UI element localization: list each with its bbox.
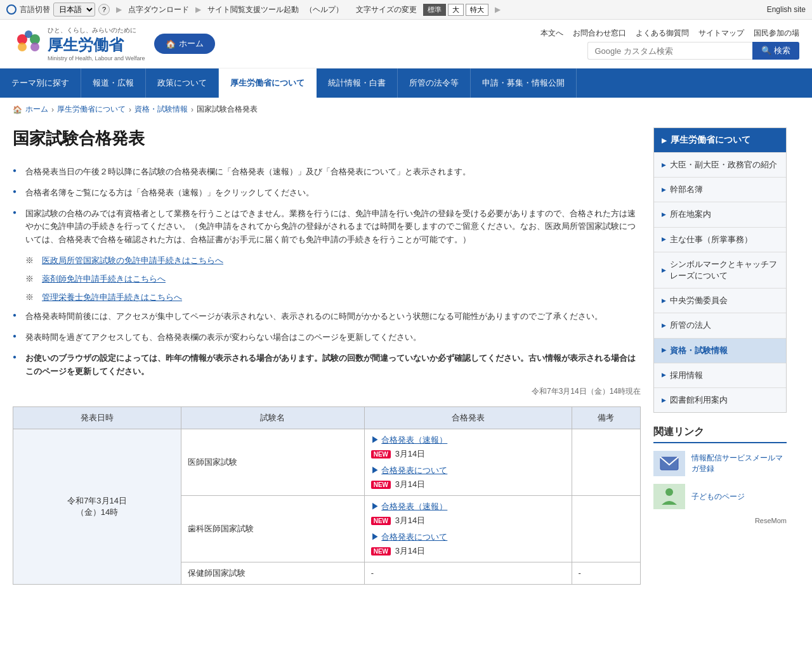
separator2: ▶ (195, 5, 201, 14)
logo-tagline: ひと、くらし、みらいのために (48, 26, 145, 35)
related-links-title: 関連リンク (653, 425, 787, 443)
nav-item-1[interactable]: 報道・広報 (81, 68, 146, 98)
page-title: 国家試験合格発表 (13, 127, 641, 153)
participation-link[interactable]: 国民参加の場 (754, 28, 799, 39)
font-size-section: 標準 大 特大 (423, 4, 488, 16)
bullet-item-1: 合格者名簿をご覧になる方は「合格発表（速報）」をクリックしてください。 (13, 186, 641, 200)
lang-select[interactable]: 日本語 (53, 3, 95, 16)
header-left: ひと、くらし、みらいのために 厚生労働省 Ministry of Health,… (13, 26, 215, 62)
nav-item-2[interactable]: 政策について (146, 68, 219, 98)
table-header-date: 発表日時 (13, 406, 181, 429)
sidebar-link-6[interactable]: 所管の法人 (654, 313, 786, 337)
search-area: 🔍 検索 (587, 42, 799, 60)
sidebar-item-6[interactable]: 所管の法人 (654, 313, 786, 337)
home-btn-label: ホーム (179, 38, 204, 49)
sidebar-link-3[interactable]: 主な仕事（所掌事務） (654, 228, 786, 252)
font-xlarge-btn[interactable]: 特大 (466, 4, 488, 16)
sidebar-item-8[interactable]: 採用情報 (654, 363, 786, 387)
table-exam-1: 歯科医師国家試験 (181, 495, 364, 562)
sidebar-item-7[interactable]: 資格・試験情報 (654, 338, 786, 363)
table-note-0 (572, 429, 641, 495)
related-links-section: 関連リンク 情報配信サービスメールマガ登録 子どものページ (653, 425, 787, 509)
font-large-btn[interactable]: 大 (448, 4, 464, 16)
search-input[interactable] (587, 42, 752, 60)
sidebar-item-2[interactable]: 所在地案内 (654, 202, 786, 226)
svg-point-4 (30, 42, 39, 51)
bullet-item-5: お使いのブラウザの設定によっては、昨年の情報が表示される場合があります。試験の回… (13, 352, 641, 379)
home-button[interactable]: 🏠 ホーム (154, 34, 215, 54)
related-link-0: 情報配信サービスメールマガ登録 (653, 451, 787, 476)
breadcrumb-home[interactable]: ホーム (25, 104, 48, 115)
main-text-link[interactable]: 本文へ (540, 28, 563, 39)
resemom-logo: ReseMom (653, 517, 787, 524)
sidebar-link-9[interactable]: 図書館利用案内 (654, 388, 786, 412)
mail-mag-link[interactable]: 情報配信サービスメールマガ登録 (691, 453, 787, 474)
sidebar-link-8[interactable]: 採用情報 (654, 363, 786, 387)
header: ひと、くらし、みらいのために 厚生労働省 Ministry of Health,… (0, 20, 812, 68)
nav-item-4[interactable]: 統計情報・白書 (317, 68, 398, 98)
result-link-0b[interactable]: 合格発表について (381, 465, 447, 475)
sidebar-link-7[interactable]: 資格・試験情報 (654, 339, 786, 363)
sidebar-link-0[interactable]: 大臣・副大臣・政務官の紹介 (654, 153, 786, 177)
nav-item-5[interactable]: 所管の法令等 (398, 68, 471, 98)
pharmacist-license-link[interactable]: 薬剤師免許申請手続きはこちらへ (42, 274, 166, 283)
note-item-0: ※ 医政局所管国家試験の免許申請手続きはこちらへ (25, 254, 641, 268)
sidebar-link-4[interactable]: シンボルマークとキャッチフレーズについて (654, 252, 786, 288)
dietitian-license-link[interactable]: 管理栄養士免許申請手続きはこちらへ (42, 292, 182, 302)
help-text: （ヘルプ） (305, 4, 343, 15)
breadcrumb-sep3: › (191, 105, 193, 114)
table-result-1: ▶ 合格発表（速報） NEW 3月14日 ▶ 合格発表について NEW (364, 495, 572, 562)
child-svg (658, 486, 681, 508)
sidebar-link-1[interactable]: 幹部名簿 (654, 178, 786, 202)
result-link-1b[interactable]: 合格発表について (381, 532, 447, 542)
medical-license-link[interactable]: 医政局所管国家試験の免許申請手続きはこちらへ (42, 256, 223, 265)
mail-svg (660, 456, 679, 471)
sidebar-link-5[interactable]: 中央労働委員会 (654, 289, 786, 313)
separator3: ▶ (495, 5, 501, 14)
result-date-1b: 3月14日 (395, 546, 426, 555)
bullet-item-4: 発表時間を過ぎてアクセスしても、合格発表欄の表示が変わらない場合はこのページを更… (13, 331, 641, 344)
browsing-tool-link[interactable]: サイト閲覧支援ツール起動 (207, 4, 299, 15)
svg-point-3 (18, 42, 27, 51)
font-standard-btn[interactable]: 標準 (423, 4, 446, 16)
header-right: 本文へ お問合わせ窓口 よくある御質問 サイトマップ 国民参加の場 🔍 検索 (540, 28, 799, 60)
search-button[interactable]: 🔍 検索 (752, 42, 799, 60)
sidebar-item-4[interactable]: シンボルマークとキャッチフレーズについて (654, 252, 786, 288)
sidebar-item-5[interactable]: 中央労働委員会 (654, 288, 786, 313)
new-badge-0a: NEW (371, 450, 391, 458)
sitemap-link[interactable]: サイトマップ (698, 28, 744, 39)
separator: ▶ (116, 5, 122, 14)
faq-link[interactable]: よくある御質問 (636, 28, 689, 39)
globe-icon (6, 4, 16, 15)
nav-item-3[interactable]: 厚生労働省について (219, 68, 317, 98)
lang-label: 言語切替 (20, 4, 50, 15)
result-link-0a[interactable]: 合格発表（速報） (381, 435, 447, 445)
sidebar-item-1[interactable]: 幹部名簿 (654, 177, 786, 202)
logo-area: ひと、くらし、みらいのために 厚生労働省 Ministry of Health,… (13, 26, 145, 62)
logo-en: Ministry of Health, Labour and Welfare (48, 55, 145, 62)
content-wrapper: 国家試験合格発表 合格発表当日の午後２時以降に各試験の合格発表欄に「合格発表（速… (0, 121, 799, 604)
english-site-link[interactable]: English site (767, 5, 806, 14)
logo-name: 厚生労働省 (48, 35, 145, 55)
nav-item-6[interactable]: 申請・募集・情報公開 (471, 68, 577, 98)
braille-download-link[interactable]: 点字ダウンロード (128, 4, 189, 15)
child-page-icon (653, 484, 685, 509)
child-page-link[interactable]: 子どものページ (691, 491, 745, 502)
sidebar-item-0[interactable]: 大臣・副大臣・政務官の紹介 (654, 152, 786, 177)
sidebar-item-9[interactable]: 図書館利用案内 (654, 387, 786, 412)
nav-item-0[interactable]: テーマ別に探す (0, 68, 81, 98)
mail-icon (653, 451, 685, 476)
results-table: 発表日時 試験名 合格発表 備考 令和7年3月14日（金）14時 医師国家試験 … (13, 406, 641, 585)
sidebar-link-2[interactable]: 所在地案内 (654, 202, 786, 226)
breadcrumb-qualifications[interactable]: 資格・試験情報 (134, 104, 188, 115)
breadcrumb-about[interactable]: 厚生労働省について (57, 104, 126, 115)
help-button[interactable]: ? (98, 4, 110, 15)
table-exam-0: 医師国家試験 (181, 429, 364, 495)
table-result-0: ▶ 合格発表（速報） NEW 3月14日 ▶ 合格発表について NEW (364, 429, 572, 495)
sidebar-item-3[interactable]: 主な仕事（所掌事務） (654, 227, 786, 252)
bullet-item-3: 合格発表時間前後には、アクセスが集中してページが表示されない、表示されるのに時間… (13, 310, 641, 323)
result-date-0a: 3月14日 (395, 449, 426, 458)
inquiry-link[interactable]: お問合わせ窓口 (573, 28, 626, 39)
sidebar: 厚生労働省について 大臣・副大臣・政務官の紹介 幹部名簿 所在地案内 主な仕事（… (653, 127, 787, 585)
result-link-1a[interactable]: 合格発表（速報） (381, 502, 447, 511)
